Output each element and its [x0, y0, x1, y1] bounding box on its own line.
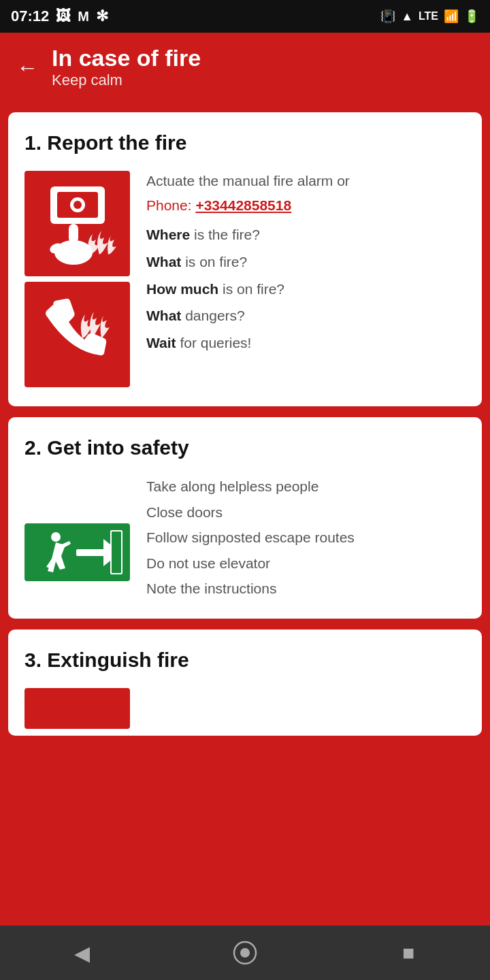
- safety-item-3: Follow signposted escape routes: [146, 527, 466, 549]
- signal-icon: 📶: [444, 9, 459, 24]
- vibrate-icon: 📳: [380, 9, 395, 24]
- wifi-icon: ▲: [401, 10, 413, 24]
- lte-icon: LTE: [419, 10, 438, 22]
- header: ← In case of fire Keep calm: [0, 33, 490, 101]
- report-description: Actuate the manual fire alarm or: [146, 171, 466, 191]
- page-subtitle: Keep calm: [52, 71, 201, 89]
- question-howmuch: How much is on fire?: [146, 278, 466, 301]
- phone-number[interactable]: +33442858518: [195, 197, 291, 213]
- svg-point-3: [74, 201, 82, 209]
- card-extinguish: 3. Extinguish fire: [8, 630, 482, 736]
- recent-nav-button[interactable]: ■: [381, 926, 436, 980]
- safety-item-2: Close doors: [146, 502, 466, 523]
- section1-title: 1. Report the fire: [24, 131, 466, 154]
- exit-sign-icon: [24, 523, 130, 581]
- section3-title: 3. Extinguish fire: [24, 649, 466, 672]
- section2-title: 2. Get into safety: [24, 436, 466, 459]
- main-content: 1. Report the fire: [0, 101, 490, 926]
- status-time: 07:12: [11, 7, 49, 25]
- email-icon: M: [78, 9, 89, 24]
- fire-alarm-icon: [24, 171, 130, 276]
- pinwheel-icon: ✻: [96, 7, 108, 25]
- svg-rect-8: [76, 549, 105, 556]
- card-report-fire: 1. Report the fire: [8, 112, 482, 406]
- safety-item-1: Take along helpless people: [146, 476, 466, 497]
- back-nav-button[interactable]: ◀: [54, 926, 109, 980]
- photo-icon: 🖼: [56, 7, 71, 25]
- page-title: In case of fire: [52, 45, 201, 71]
- nav-bar: ◀ ■: [0, 926, 490, 980]
- phone-label: Phone:: [146, 197, 195, 213]
- svg-rect-4: [69, 224, 78, 243]
- question-wait: Wait for queries!: [146, 331, 466, 355]
- svg-rect-11: [112, 532, 121, 573]
- home-nav-button[interactable]: [218, 926, 272, 980]
- svg-point-13: [240, 948, 250, 958]
- status-bar: 07:12 🖼 M ✻ 📳 ▲ LTE 📶 🔋: [0, 0, 490, 33]
- safety-item-4: Do not use elevator: [146, 553, 466, 574]
- battery-icon: 🔋: [464, 9, 479, 24]
- card-get-safety: 2. Get into safety: [8, 417, 482, 619]
- back-button[interactable]: ←: [16, 56, 38, 78]
- safety-item-5: Note the instructions: [146, 578, 466, 600]
- svg-point-7: [51, 532, 61, 542]
- phone-line: Phone: +33442858518: [146, 197, 466, 214]
- question-what1: What is on fire?: [146, 250, 466, 274]
- question-what2: What dangers?: [146, 304, 466, 327]
- question-where: Where is the fire?: [146, 223, 466, 246]
- fire-phone-icon: [24, 282, 130, 387]
